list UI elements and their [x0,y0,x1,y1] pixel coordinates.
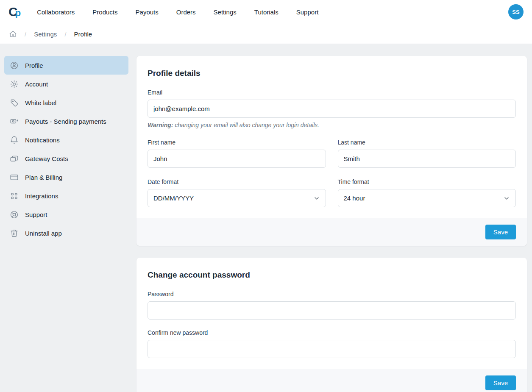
first-name-field[interactable] [148,150,326,168]
sidebar-item-label: Integrations [25,192,58,200]
settings-sidebar: Profile Account White label Payouts - Se… [4,56,128,242]
credit-card-icon [10,173,19,182]
sidebar-item-account[interactable]: Account [4,75,128,93]
time-format-value: 24 hour [344,195,365,202]
sidebar-item-profile[interactable]: Profile [4,56,128,75]
person-icon [10,61,19,70]
sidebar-item-support[interactable]: Support [4,205,128,224]
breadcrumb-separator: / [64,31,66,38]
email-field[interactable] [148,100,516,118]
nav-item-settings[interactable]: Settings [214,8,237,16]
email-warning-bold: Warning: [148,122,173,128]
nav-item-orders[interactable]: Orders [176,8,196,16]
profile-card-footer: Save [136,218,527,246]
sidebar-item-integrations[interactable]: Integrations [4,186,128,205]
nav-item-payouts[interactable]: Payouts [136,8,159,16]
date-format-value: DD/MM/YYYY [153,195,194,202]
sidebar-item-label: Account [25,81,48,88]
time-format-select[interactable]: 24 hour [338,189,516,207]
confirm-password-label: Confirm new password [148,329,516,336]
page-content: Profile Account White label Payouts - Se… [0,44,532,392]
email-warning: Warning: changing your email will also c… [148,122,516,128]
breadcrumb-separator: / [25,31,26,38]
first-name-label: First name [148,139,326,146]
sidebar-item-label: Gateway Costs [25,155,68,162]
password-save-button[interactable]: Save [485,375,516,390]
send-payment-icon [10,117,19,126]
date-format-select[interactable]: DD/MM/YYYY [148,189,326,207]
gear-icon [10,80,19,89]
lifebuoy-icon [10,210,19,219]
nav-item-products[interactable]: Products [92,8,117,16]
user-avatar[interactable]: SS [508,4,524,19]
last-name-field[interactable] [338,150,516,168]
nav-item-tutorials[interactable]: Tutorials [254,8,279,16]
password-field[interactable] [148,301,516,320]
password-label: Password [148,291,516,297]
logo-letter-p: p [15,8,21,18]
main-panel: Profile details Email Warning: changing … [136,56,527,392]
grid-icon [10,192,19,200]
sidebar-item-label: Support [25,211,47,218]
password-card-title: Change account password [148,270,516,280]
sidebar-item-white-label[interactable]: White label [4,93,128,112]
email-label: Email [148,89,516,96]
email-warning-text: changing your email will also change you… [173,122,319,128]
sidebar-item-label: Profile [25,62,43,69]
trash-icon [10,229,19,238]
breadcrumb-profile[interactable]: Profile [74,31,92,38]
breadcrumb: / Settings / Profile [0,24,532,44]
profile-card-title: Profile details [148,69,516,78]
confirm-password-field[interactable] [148,340,516,358]
profile-save-button[interactable]: Save [485,225,516,239]
sidebar-item-plan-billing[interactable]: Plan & Billing [4,168,128,186]
breadcrumb-settings[interactable]: Settings [34,31,57,38]
sidebar-item-uninstall-app[interactable]: Uninstall app [4,224,128,242]
chevron-down-icon [313,195,320,202]
profile-details-card: Profile details Email Warning: changing … [136,56,527,246]
bell-icon [10,136,19,145]
sidebar-item-label: Payouts - Sending payments [25,118,106,125]
sidebar-item-label: Plan & Billing [25,174,62,181]
change-password-card: Change account password Password Confirm… [136,258,527,392]
time-format-label: Time format [338,178,516,185]
app-logo[interactable]: C p [8,6,21,18]
password-card-footer: Save [136,369,527,392]
sidebar-item-label: White label [25,99,56,106]
chevron-down-icon [503,195,510,202]
date-format-label: Date format [148,178,326,185]
sidebar-item-label: Uninstall app [25,230,62,237]
last-name-label: Last name [338,139,516,146]
home-icon[interactable] [9,30,17,38]
main-nav: Collaborators Products Payouts Orders Se… [37,8,336,16]
sidebar-item-payouts-sending[interactable]: Payouts - Sending payments [4,112,128,131]
sidebar-item-label: Notifications [25,136,60,144]
top-navbar: C p Collaborators Products Payouts Order… [0,0,532,24]
nav-item-support[interactable]: Support [296,8,319,16]
sidebar-item-notifications[interactable]: Notifications [4,131,128,149]
sidebar-item-gateway-costs[interactable]: Gateway Costs [4,149,128,168]
nav-item-collaborators[interactable]: Collaborators [37,8,75,16]
gateway-cards-icon [10,154,19,163]
tag-icon [10,98,19,107]
